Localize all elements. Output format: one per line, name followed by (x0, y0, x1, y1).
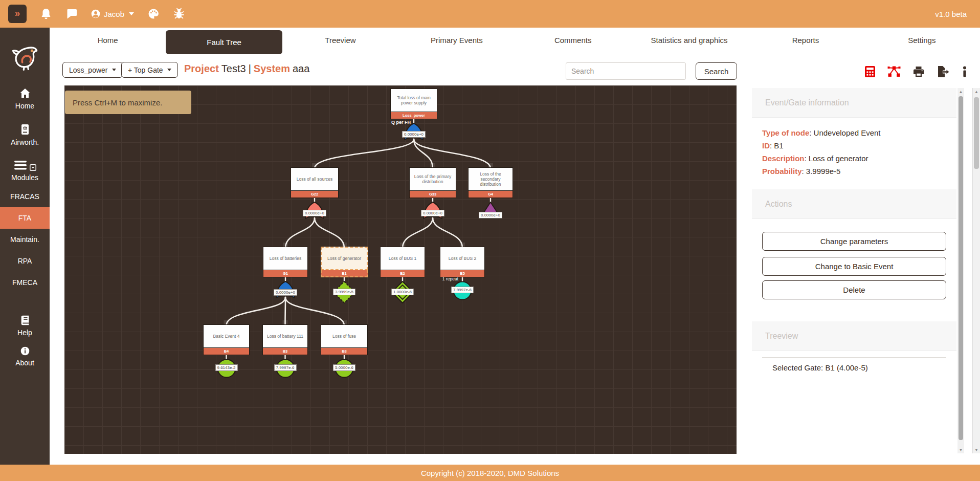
fta-node-tag-G22[interactable]: G22 (291, 191, 339, 198)
fta-node-G1[interactable]: Loss of batteries (263, 247, 308, 270)
tab-comments[interactable]: Comments (515, 28, 631, 52)
sidebar-item-maintain[interactable]: Maintain. (0, 229, 50, 250)
sidebar-item-fta[interactable]: FTA (0, 207, 50, 229)
gate-value-B4: 9.6143e-2 (215, 364, 237, 371)
fta-node-tag-B1[interactable]: B1 (321, 270, 368, 277)
fta-node-tag-G33[interactable]: G33 (409, 191, 456, 198)
calculate-icon[interactable] (864, 65, 876, 78)
gate-value-G22: 0.0000e+0 (303, 210, 326, 216)
treeview-section-header: Treeview (752, 321, 956, 351)
fta-node-B1[interactable]: Loss of generator (321, 247, 368, 270)
tree-select-dropdown[interactable]: Loss_power (62, 62, 123, 78)
caret-down-icon (167, 69, 171, 71)
maximize-hint-tooltip: Press Ctrl+M to maximize. (65, 91, 191, 114)
info-row-type: Type of node: Undeveloped Event (762, 126, 881, 139)
double-chevron-icon: » (15, 8, 20, 19)
sidebar-item-modules[interactable]: Modules (0, 160, 50, 182)
fta-node-B8[interactable]: Loss of fuse (321, 324, 368, 348)
delete-button[interactable]: Delete (762, 280, 946, 299)
connector (315, 139, 414, 168)
user-avatar-icon (91, 9, 101, 19)
sidebar-item-home[interactable]: Home (0, 87, 50, 110)
event-info-block: Type of node: Undeveloped Event ID: B1 D… (762, 126, 881, 178)
tab-settings[interactable]: Settings (864, 28, 980, 52)
scroll-up-arrow[interactable]: ▲ (973, 88, 980, 95)
fault-tree-canvas[interactable]: Total loss of main power supplyLoss_powe… (64, 85, 737, 454)
scroll-up-arrow[interactable]: ▲ (957, 88, 964, 95)
version-label: v1.0 beta (935, 0, 967, 28)
theme-palette-icon[interactable] (147, 8, 160, 20)
search-button[interactable]: Search (696, 62, 737, 80)
messages-chat-icon[interactable] (65, 8, 78, 20)
q-per-fh-label: Q per FH (368, 120, 411, 125)
actions-section-header: Actions (752, 189, 956, 219)
fta-node-Loss_power[interactable]: Total loss of main power supply (390, 89, 437, 112)
user-menu[interactable]: Jacob (91, 9, 134, 19)
sidebar-item-rpa[interactable]: RPA (0, 250, 50, 272)
sidebar-item-fmeca[interactable]: FMECA (0, 272, 50, 293)
connector (433, 218, 462, 248)
gate-value-B2: 1.0000e-6 (391, 289, 414, 295)
sidebar-item-about[interactable]: About (0, 346, 50, 367)
cutsets-diagram-icon[interactable] (887, 65, 901, 78)
export-icon[interactable] (937, 65, 950, 78)
sidebar-item-airworthiness[interactable]: Airworth. (0, 123, 50, 146)
connector (227, 297, 286, 325)
page-title: ProjectTest3|Systemaaa (184, 63, 312, 75)
add-top-gate-dropdown[interactable]: + Top Gate (121, 62, 178, 78)
footer: Copyright (c) 2018-2020, DMD Solutions (0, 465, 980, 481)
fta-node-tag-B3[interactable]: B3 (262, 348, 308, 355)
panel-scrollbar-thumb[interactable] (959, 96, 963, 440)
fta-node-tag-Loss_power[interactable]: Loss_power (390, 112, 437, 119)
fta-node-G4[interactable]: Loss of the secondary distribution (468, 167, 513, 191)
sidebar-item-help[interactable]: Help (0, 315, 50, 337)
fta-node-B5[interactable]: Loss of BUS 2 (440, 247, 485, 270)
fta-node-B3[interactable]: Loss of battery 111 (262, 324, 308, 348)
tab-home[interactable]: Home (50, 28, 166, 52)
scroll-down-arrow[interactable]: ▼ (957, 446, 964, 453)
fta-node-G22[interactable]: Loss of all sources (291, 167, 339, 191)
page-scrollbar[interactable]: ▲ ▼ (972, 88, 980, 453)
search-input[interactable] (566, 62, 686, 80)
page-scrollbar-thumb[interactable] (974, 97, 979, 169)
gate-value-G4: 0.0000e+0 (479, 212, 502, 218)
fta-node-B2[interactable]: Loss of BUS 1 (380, 247, 425, 270)
info-icon[interactable] (962, 65, 968, 78)
gate-value-G1: 0.0000e+0 (274, 289, 297, 296)
fta-node-G33[interactable]: Loss of the primary distribution (409, 167, 456, 191)
scroll-down-arrow[interactable]: ▼ (973, 446, 980, 453)
topbar: » Jacob (0, 0, 980, 28)
change-parameters-button[interactable]: Change parameters (762, 232, 946, 251)
fta-toolbar: Loss_power + Top Gate ProjectTest3|Syste… (50, 52, 980, 85)
notifications-bell-icon[interactable] (40, 8, 52, 20)
fta-node-tag-G4[interactable]: G4 (468, 191, 513, 198)
fta-node-tag-B8[interactable]: B8 (321, 348, 368, 355)
gate-value-G33: 0.0000e+0 (421, 210, 444, 216)
connector (403, 218, 433, 248)
caret-square-icon (30, 164, 36, 171)
gate-value-B1: 3.9999e-5 (333, 289, 355, 295)
sidebar-collapse-button[interactable]: » (8, 5, 27, 23)
chevron-down-icon (129, 12, 134, 15)
gate-value-B8: 5.0000e-6 (333, 364, 355, 371)
passport-icon (19, 123, 31, 136)
book-icon (19, 315, 31, 326)
fta-node-B4[interactable]: Basic Event 4 (203, 324, 250, 348)
fta-node-tag-B4[interactable]: B4 (203, 348, 250, 355)
tab-reports[interactable]: Reports (747, 28, 863, 52)
print-icon[interactable] (912, 65, 925, 78)
gate-value-Loss_power: 0.0000e+0 (402, 131, 426, 138)
tab-primary-events[interactable]: Primary Events (398, 28, 515, 52)
tab-fault-tree[interactable]: Fault Tree (166, 30, 282, 54)
tab-treeview[interactable]: Treeview (282, 28, 398, 52)
tab-statistics[interactable]: Statistics and graphics (631, 28, 747, 52)
event-gate-panel: Event/Gate information Type of node: Und… (752, 85, 956, 454)
menu-bars-icon (14, 160, 27, 171)
sidebar-item-fracas[interactable]: FRACAS (0, 186, 50, 207)
bug-report-icon[interactable] (173, 8, 185, 20)
info-section-header: Event/Gate information (752, 88, 956, 118)
selected-gate-label: Selected Gate: B1 (4.00e-5) (772, 363, 868, 372)
panel-scrollbar[interactable]: ▲ ▼ (957, 88, 964, 453)
fta-node-tag-G1[interactable]: G1 (263, 270, 308, 277)
change-to-basic-event-button[interactable]: Change to Basic Event (762, 257, 946, 276)
